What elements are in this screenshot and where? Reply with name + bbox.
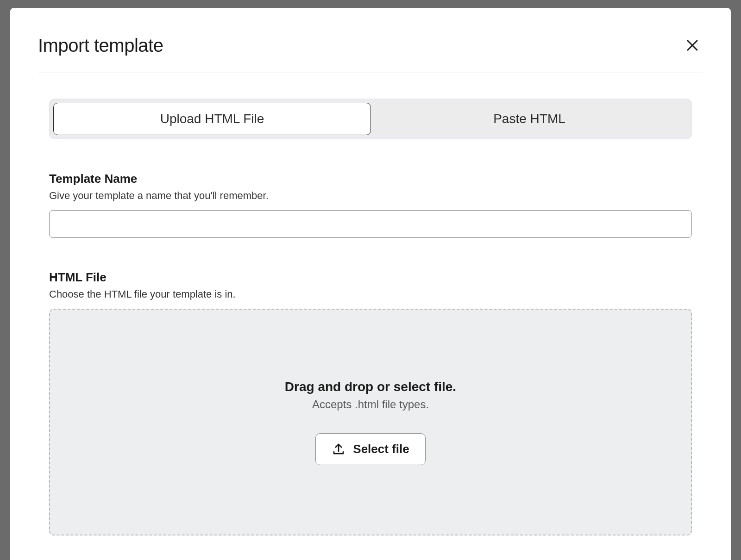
html-file-help: Choose the HTML file your template is in… — [49, 288, 692, 300]
tab-paste-html[interactable]: Paste HTML — [371, 103, 688, 135]
html-file-label: HTML File — [49, 270, 692, 285]
tab-switcher-wrap: Upload HTML File Paste HTML — [10, 99, 731, 139]
close-button[interactable] — [682, 35, 703, 56]
file-dropzone[interactable]: Drag and drop or select file. Accepts .h… — [49, 309, 692, 535]
template-name-input[interactable] — [49, 210, 692, 238]
divider-wrap — [10, 73, 731, 73]
select-file-button-label: Select file — [353, 442, 409, 456]
tab-upload-html-file[interactable]: Upload HTML File — [53, 103, 371, 135]
select-file-button[interactable]: Select file — [315, 433, 425, 465]
tab-switcher: Upload HTML File Paste HTML — [49, 99, 692, 139]
html-file-field: HTML File Choose the HTML file your temp… — [49, 270, 692, 535]
import-template-modal: Import template Upload HTML File Paste H… — [10, 8, 731, 560]
template-name-label: Template Name — [49, 172, 692, 186]
modal-header: Import template — [10, 8, 731, 73]
upload-icon — [332, 442, 345, 456]
template-name-help: Give your template a name that you'll re… — [49, 190, 692, 202]
dropzone-title: Drag and drop or select file. — [285, 380, 456, 394]
dropzone-subtitle: Accepts .html file types. — [312, 398, 429, 411]
modal-body: Template Name Give your template a name … — [10, 172, 731, 535]
template-name-field: Template Name Give your template a name … — [49, 172, 692, 238]
modal-title: Import template — [38, 35, 163, 56]
close-icon — [685, 38, 699, 52]
header-divider — [38, 73, 703, 73]
